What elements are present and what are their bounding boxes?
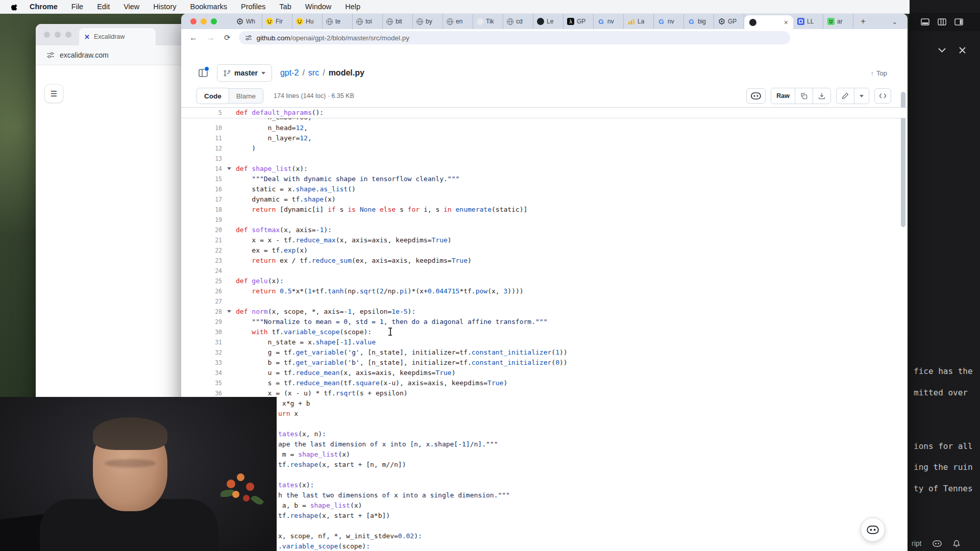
menu-item-chrome[interactable]: Chrome bbox=[30, 3, 58, 11]
new-tab-button[interactable]: + bbox=[856, 15, 870, 28]
menu-item-window[interactable]: Window bbox=[305, 3, 332, 11]
line-number[interactable]: 14 bbox=[181, 164, 232, 174]
line-number[interactable]: 20 bbox=[181, 225, 232, 235]
breadcrumb-repo-link[interactable]: gpt-2 bbox=[280, 68, 299, 78]
tab-code[interactable]: Code bbox=[197, 88, 229, 104]
browser-tab-nv[interactable]: Gnv bbox=[654, 14, 684, 29]
tab-search-chevron-icon[interactable]: ⌄ bbox=[890, 17, 899, 26]
breadcrumb-dir-link[interactable]: src bbox=[308, 68, 319, 78]
browser-tab-gp[interactable]: GP bbox=[714, 14, 744, 29]
edit-pencil-button[interactable] bbox=[837, 88, 854, 104]
toggle-sidebar-icon[interactable] bbox=[954, 18, 963, 26]
menu-item-help[interactable]: Help bbox=[345, 3, 360, 11]
line-number[interactable]: 32 bbox=[181, 347, 232, 358]
browser-tab-toi[interactable]: toi bbox=[353, 14, 383, 29]
browser-tab-by[interactable]: by bbox=[413, 14, 443, 29]
line-number[interactable]: 34 bbox=[181, 368, 232, 378]
line-number[interactable]: 25 bbox=[181, 276, 232, 286]
raw-button[interactable]: Raw bbox=[771, 88, 795, 104]
line-number[interactable]: 28 bbox=[181, 307, 232, 317]
line-number[interactable]: 15 bbox=[181, 174, 232, 184]
line-number[interactable]: 24 bbox=[181, 266, 232, 276]
site-settings-icon[interactable] bbox=[46, 51, 55, 60]
line-number[interactable]: 18 bbox=[181, 205, 232, 215]
line-number[interactable]: 26 bbox=[181, 286, 232, 296]
window-controls[interactable] bbox=[190, 18, 217, 24]
back-button[interactable]: ← bbox=[189, 33, 198, 42]
browser-tab-te[interactable]: te bbox=[323, 14, 353, 29]
browser-tab-en[interactable]: en bbox=[443, 14, 473, 29]
copy-button[interactable] bbox=[795, 88, 813, 104]
copilot-button[interactable] bbox=[746, 88, 766, 104]
browser-tab-big[interactable]: Gbig bbox=[684, 14, 714, 29]
line-number[interactable]: 19 bbox=[181, 215, 232, 225]
code-line: 30 with tf.variable_scope(scope): bbox=[181, 327, 908, 337]
browser-tab-le[interactable]: Le bbox=[533, 14, 564, 29]
browser-tab-ll[interactable]: LL bbox=[793, 14, 823, 29]
close-icon[interactable] bbox=[959, 47, 966, 54]
line-number[interactable]: 11 bbox=[181, 133, 232, 143]
line-number[interactable]: 17 bbox=[181, 194, 232, 205]
line-number[interactable]: 30 bbox=[181, 327, 232, 337]
notifications-bell-icon[interactable] bbox=[953, 540, 960, 547]
line-number[interactable]: 13 bbox=[181, 154, 232, 164]
collapse-chevron-icon[interactable] bbox=[227, 167, 231, 170]
line-number[interactable]: 23 bbox=[181, 256, 232, 266]
copilot-floating-button[interactable] bbox=[861, 517, 885, 542]
menu-item-bookmarks[interactable]: Bookmarks bbox=[190, 3, 227, 11]
scroll-to-top-button[interactable]: ↑ Top bbox=[871, 69, 887, 77]
menu-item-file[interactable]: File bbox=[71, 3, 83, 11]
line-number[interactable]: 35 bbox=[181, 378, 232, 388]
reload-button[interactable]: ⟳ bbox=[224, 33, 231, 42]
menu-item-view[interactable]: View bbox=[124, 3, 139, 11]
browser-tab-la[interactable]: La bbox=[624, 14, 654, 29]
hamburger-menu-button[interactable]: ☰ bbox=[45, 85, 63, 103]
tab-blame[interactable]: Blame bbox=[229, 92, 263, 100]
browser-tab-fir[interactable]: Fir bbox=[262, 14, 292, 29]
browser-tab-ar[interactable]: ar bbox=[823, 14, 853, 29]
browser-tab-tik[interactable]: Tik bbox=[473, 14, 503, 29]
browser-tab-cd[interactable]: cd bbox=[503, 14, 533, 29]
toggle-panel-icon[interactable] bbox=[921, 18, 929, 26]
browser-tab-nv[interactable]: Gnv bbox=[594, 14, 624, 29]
menu-item-edit[interactable]: Edit bbox=[97, 3, 110, 11]
close-tab-icon[interactable]: × bbox=[784, 19, 788, 26]
browser-tab-bit[interactable]: bit bbox=[383, 14, 413, 29]
download-button[interactable] bbox=[813, 88, 830, 104]
symbols-button[interactable] bbox=[874, 88, 891, 104]
browser-tab-active-github[interactable]: × bbox=[744, 15, 793, 29]
copilot-status-icon[interactable] bbox=[933, 540, 942, 547]
file-tree-toggle-button[interactable] bbox=[197, 66, 210, 80]
line-number[interactable]: 16 bbox=[181, 184, 232, 194]
code-line-fragment: a, b = shape_list(x) bbox=[181, 500, 908, 511]
browser-tab-hu[interactable]: Hu bbox=[292, 14, 323, 29]
line-number[interactable]: 10 bbox=[181, 123, 232, 133]
line-number[interactable]: 31 bbox=[181, 337, 232, 347]
collapse-chevron-icon[interactable] bbox=[227, 310, 231, 313]
window-controls-inactive[interactable] bbox=[44, 32, 71, 38]
menu-item-profiles[interactable]: Profiles bbox=[241, 3, 265, 11]
chrome-window: WhFirHutetoibitbyenTikcdLeλGPGnvLaGnvGbi… bbox=[181, 14, 908, 551]
line-number[interactable]: 29 bbox=[181, 317, 232, 327]
split-columns-icon[interactable] bbox=[938, 18, 946, 26]
menu-item-history[interactable]: History bbox=[153, 3, 176, 11]
edit-dropdown-button[interactable] bbox=[854, 88, 869, 104]
chevron-down-icon[interactable] bbox=[938, 48, 946, 53]
site-settings-icon[interactable] bbox=[245, 34, 252, 41]
line-number[interactable]: 12 bbox=[181, 143, 232, 154]
branch-selector-button[interactable]: master bbox=[217, 64, 272, 82]
address-bar[interactable]: github.com/openai/gpt-2/blob/master/src/… bbox=[239, 31, 790, 44]
browser-tab-wh[interactable]: Wh bbox=[232, 14, 262, 29]
line-number[interactable]: 22 bbox=[181, 245, 232, 256]
apple-icon[interactable] bbox=[11, 3, 18, 11]
line-number[interactable]: 21 bbox=[181, 235, 232, 245]
excalidraw-url[interactable]: excalidraw.com bbox=[60, 51, 109, 59]
browser-tab-gp[interactable]: λGP bbox=[564, 14, 594, 29]
language-mode-label[interactable]: ript bbox=[912, 539, 921, 547]
forward-button[interactable]: → bbox=[207, 33, 215, 42]
menu-item-tab[interactable]: Tab bbox=[279, 3, 291, 11]
line-number[interactable]: 27 bbox=[181, 296, 232, 307]
line-number[interactable]: 5 bbox=[181, 108, 232, 118]
excalidraw-browser-tab[interactable]: ✕ Excalidraw bbox=[79, 28, 156, 45]
line-number[interactable]: 33 bbox=[181, 358, 232, 368]
